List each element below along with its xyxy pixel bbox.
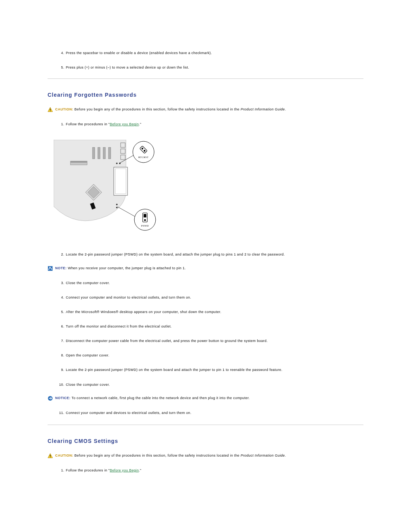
list-item: 11. Connect your computer and devices to… xyxy=(48,409,363,416)
step-text: Connect your computer and devices to ele… xyxy=(66,411,191,415)
caution-text: CAUTION: Before you begin any of the pro… xyxy=(55,453,286,458)
note-text-container: NOTE: When you receive your computer, th… xyxy=(55,266,186,270)
svg-point-20 xyxy=(116,207,118,208)
notice-icon xyxy=(48,396,53,401)
svg-rect-3 xyxy=(92,147,95,159)
list-item: 5. Press plus (+) or minus (–) to move a… xyxy=(48,64,363,71)
svg-rect-31 xyxy=(48,266,53,270)
step-text: Follow the procedures in "Before you Beg… xyxy=(66,122,141,126)
notice-text: To connect a network cable, first plug t… xyxy=(72,396,250,400)
list-item: 10.Close the computer cover. xyxy=(48,381,363,388)
step-text: Follow the procedures in "Before you Beg… xyxy=(66,468,141,473)
step-text: Press plus (+) or minus (–) to move a se… xyxy=(66,65,189,70)
step-text: Turn off the monitor and disconnect it f… xyxy=(66,324,172,329)
svg-rect-34 xyxy=(50,455,50,456)
list-item: 9.Locate the 2-pin password jumper (PSWD… xyxy=(48,366,363,373)
step-num: 2. xyxy=(56,252,66,257)
step-num: 1. xyxy=(56,122,66,126)
step-num: 4. xyxy=(56,51,66,55)
step-text: Close the computer cover. xyxy=(66,281,110,285)
svg-point-30 xyxy=(144,219,146,221)
step-num: 5. xyxy=(56,65,66,70)
step-num: 10. xyxy=(56,382,66,387)
list-item: 3.Close the computer cover. xyxy=(48,280,363,286)
svg-rect-8 xyxy=(70,161,87,163)
note-icon xyxy=(48,266,53,271)
caution-row: CAUTION: Before you begin any of the pro… xyxy=(48,453,363,459)
svg-rect-6 xyxy=(108,147,111,159)
section1-steps-b: 3.Close the computer cover.4.Connect you… xyxy=(48,280,363,388)
notice-row: NOTICE: To connect a network cable, firs… xyxy=(48,396,363,401)
section-heading: Clearing CMOS Settings xyxy=(48,438,363,444)
svg-rect-2 xyxy=(50,111,50,111)
step-num: 6. xyxy=(56,324,66,329)
top-step-list: 4. Press the spacebar to enable or disab… xyxy=(48,50,363,71)
note-text: When you receive your computer, the jump… xyxy=(68,266,186,270)
step-text: Connect your computer and monitor to ele… xyxy=(66,295,191,300)
step-text: Locate the 2-pin password jumper (PSWD) … xyxy=(66,252,285,257)
svg-point-19 xyxy=(116,204,118,205)
step-num: 9. xyxy=(56,367,66,372)
step-num: 3. xyxy=(56,281,66,285)
svg-rect-1 xyxy=(50,109,50,110)
divider xyxy=(48,425,363,425)
section1-step11: 11. Connect your computer and devices to… xyxy=(48,409,363,416)
step-num: 4. xyxy=(56,295,66,300)
svg-rect-5 xyxy=(103,147,105,159)
note-row: NOTE: When you receive your computer, th… xyxy=(48,266,363,271)
svg-rect-35 xyxy=(50,457,50,457)
section1-steps-a: 1. Follow the procedures in "Before you … xyxy=(48,121,363,128)
caution-label: CAUTION: xyxy=(55,107,73,111)
notice-label: NOTICE: xyxy=(55,396,70,400)
before-you-begin-link[interactable]: Before you Begin xyxy=(110,122,139,126)
caution-text: CAUTION: Before you begin any of the pro… xyxy=(55,107,286,112)
caution-label: CAUTION: xyxy=(55,454,73,457)
caution-row: CAUTION: Before you begin any of the pro… xyxy=(48,107,363,112)
list-item: 7.Disconnect the computer power cable fr… xyxy=(48,337,363,344)
svg-rect-4 xyxy=(98,147,100,159)
svg-line-26 xyxy=(118,207,137,217)
list-item: 1. Follow the procedures in "Before you … xyxy=(48,121,363,128)
caution-icon xyxy=(48,453,53,459)
step-text: Disconnect the computer power cable from… xyxy=(66,339,268,343)
step-text: Locate the 2-pin password jumper (PSWD) … xyxy=(66,367,282,372)
caution-icon xyxy=(48,107,53,112)
step-num: 7. xyxy=(56,339,66,343)
note-label: NOTE: xyxy=(55,266,67,270)
step-num: 1. xyxy=(56,468,66,473)
rtcrst-label: RTCRST xyxy=(139,156,149,158)
step-text: Close the computer cover. xyxy=(66,382,110,387)
svg-point-17 xyxy=(116,163,118,164)
step-text: After the Microsoft® Windows® desktop ap… xyxy=(66,310,221,314)
list-item: 6.Turn off the monitor and disconnect it… xyxy=(48,323,363,330)
list-item: 4.Connect your computer and monitor to e… xyxy=(48,294,363,301)
step-text: Press the spacebar to enable or disable … xyxy=(66,51,212,55)
before-you-begin-link[interactable]: Before you Begin xyxy=(110,468,139,472)
section-heading: Clearing Forgotten Passwords xyxy=(48,92,363,98)
list-item: 2. Locate the 2-pin password jumper (PSW… xyxy=(48,251,363,258)
step-text: Open the computer cover. xyxy=(66,353,109,358)
list-item: 1. Follow the procedures in "Before you … xyxy=(48,467,363,474)
svg-rect-29 xyxy=(144,214,147,217)
jumper-diagram: RTCRST PSWD xyxy=(54,140,160,239)
list-item: 8.Open the computer cover. xyxy=(48,352,363,359)
notice-text-container: NOTICE: To connect a network cable, firs… xyxy=(55,396,250,400)
divider xyxy=(48,78,363,79)
pswd-label: PSWD xyxy=(141,224,149,227)
step-num: 8. xyxy=(56,353,66,358)
step-num: 5. xyxy=(56,310,66,314)
list-item: 4. Press the spacebar to enable or disab… xyxy=(48,50,363,56)
step-num: 11. xyxy=(56,411,66,415)
section2-steps: 1. Follow the procedures in "Before you … xyxy=(48,467,363,474)
list-item: 5.After the Microsoft® Windows® desktop … xyxy=(48,308,363,315)
svg-rect-12 xyxy=(114,167,127,195)
section1-step2: 2. Locate the 2-pin password jumper (PSW… xyxy=(48,251,363,258)
